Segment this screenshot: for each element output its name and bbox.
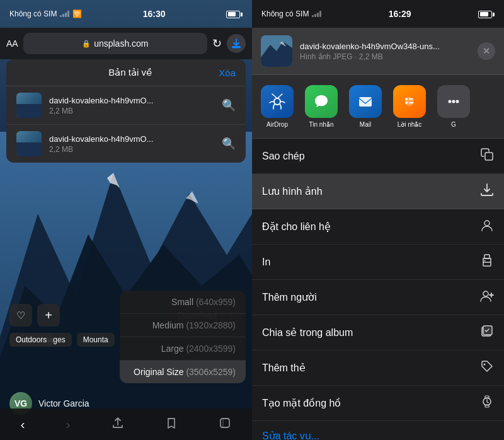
action-edit-actions[interactable]: Sửa tác vụ... [252,421,504,440]
wifi-icon-left: 🛜 [72,9,82,18]
action-add-person[interactable]: Thêm người [252,280,504,315]
svg-rect-16 [409,102,413,103]
action-save-image[interactable]: Lưu hình ảnh [252,174,504,209]
download-item-1[interactable]: david-kovalenko-h4h9vmO... 2,2 MB 🔍 [6,86,246,125]
print-icon [480,253,494,270]
app-icon-more[interactable]: G [435,85,472,128]
action-set-contact[interactable]: Đặt cho liên hệ [252,209,504,245]
download-delete-button[interactable]: Xóa [219,67,236,78]
action-copy-label: Sao chép [262,151,305,162]
download-size-2: 2,2 MB [49,145,214,154]
download-filename-1: david-kovalenko-h4h9vmO... [49,96,214,105]
size-large[interactable]: Large (2400x3599) [120,337,246,361]
svg-rect-5 [232,47,241,49]
search-icon-2[interactable]: 🔍 [222,137,236,151]
size-dropdown: Small (640x959) Medium (1920x2880) Large… [120,291,246,383]
time-left: 16:30 [143,9,166,19]
share-sheet: david-kovalenko-h4h9vmOw348-uns... Hình … [252,28,504,440]
app-icon-messages[interactable]: Tin nhắn [302,85,340,128]
action-share-album[interactable]: Chia sẻ trong album [252,315,504,350]
heart-button[interactable]: ♡ [9,304,32,327]
bookmarks-button[interactable] [165,417,178,432]
download-item-2[interactable]: david-kovalenko-h4h9vmO... 2,2 MB 🔍 [6,125,246,163]
tag-mountain[interactable]: Mounta [77,333,115,347]
edit-actions-label: Sửa tác vụ... [262,431,319,440]
share-button[interactable] [112,417,124,432]
airdrop-label: AirDrop [266,121,288,128]
action-watch-face[interactable]: Tạo mặt đồng hồ [252,386,504,421]
search-icon-1[interactable]: 🔍 [222,98,236,112]
tabs-button[interactable] [219,417,231,432]
download-panel: Bản tải về Xóa david-kovalenko-h4h9vmO..… [6,59,246,163]
action-add-tag[interactable]: Thêm thẻ [252,350,504,386]
action-watch-label: Tạo mặt đồng hồ [262,397,341,409]
author-name: Victor Garcia [38,398,89,408]
url-bar[interactable]: 🔒 unsplash.com [23,33,207,54]
url-text: unsplash.com [94,38,148,49]
reminders-icon [393,85,426,118]
action-copy[interactable]: Sao chép [252,139,504,174]
time-right: 16:29 [389,9,411,19]
download-icon-button[interactable] [227,34,246,53]
app-icon-airdrop[interactable]: AirDrop [258,85,296,128]
svg-rect-22 [483,262,491,266]
share-filesize: Hình ảnh JPEG · 2,2 MB [300,52,470,61]
battery-icon-left [226,9,243,18]
share-header: david-kovalenko-h4h9vmOw348-uns... Hình … [252,28,504,75]
reminders-label: Lời nhắc [398,121,422,128]
bottom-toolbar: ‹ › [0,408,252,440]
size-small-label: Small (640x959) [171,297,236,307]
svg-point-19 [456,100,459,103]
mail-icon [349,85,382,118]
app-icon-reminders[interactable]: Lời nhắc [391,85,428,128]
copy-icon [480,148,494,165]
tag-label-outdoors: Outdoors [16,335,47,344]
carrier-left: Không có SIM 🛜 [9,9,82,19]
right-panel: Không có SIM 16:29 [252,0,504,440]
heart-icon: ♡ [16,310,25,321]
action-print-label: In [262,257,270,268]
svg-point-18 [452,100,455,103]
reload-button[interactable]: ↻ [212,37,222,50]
action-contact-label: Đặt cho liên hệ [262,221,331,233]
action-print[interactable]: In [252,245,504,280]
share-actions-list: Sao chép Lưu hình ảnh Đ [252,139,504,440]
action-add-person-label: Thêm người [262,291,317,303]
share-close-button[interactable]: ✕ [478,42,495,60]
back-button[interactable]: ‹ [21,417,25,432]
messages-label: Tin nhắn [309,121,334,128]
status-bar-right: Không có SIM 16:29 [252,0,504,28]
left-panel: Không có SIM 🛜 16:30 AA [0,0,252,440]
more-label: G [451,121,456,128]
app-icons-row: AirDrop Tin nhắn Mail [252,75,504,139]
share-thumbnail [261,35,292,67]
svg-rect-15 [409,98,413,100]
messages-icon [305,85,338,118]
aa-button[interactable]: AA [6,38,18,49]
app-icon-mail[interactable]: Mail [346,85,384,128]
share-filename: david-kovalenko-h4h9vmOw348-uns... [300,42,470,51]
tag-outdoors[interactable]: Outdoors [9,333,53,347]
battery-right [478,9,495,18]
size-medium[interactable]: Medium (1920x2880) [120,314,246,337]
tag-outdoors-container: Outdoors [9,333,53,347]
svg-rect-11 [359,97,372,107]
plus-button[interactable]: + [37,304,60,327]
watch-icon [480,395,494,412]
svg-point-24 [484,260,486,262]
signal-icon-left [60,9,69,19]
svg-point-14 [405,101,408,104]
download-panel-header: Bản tải về Xóa [6,59,246,86]
forward-button[interactable]: › [66,417,71,432]
size-small[interactable]: Small (640x959) [120,291,246,314]
save-image-icon [480,183,494,200]
size-original[interactable]: Original Size (3506x5259) [120,361,246,383]
download-size-1: 2,2 MB [49,107,214,115]
tag-icon [480,359,494,376]
svg-rect-20 [485,153,493,160]
size-large-label: Large (2400x3599) [161,344,236,354]
svg-rect-23 [484,255,490,258]
safari-bar[interactable]: AA 🔒 unsplash.com ↻ [0,28,252,59]
size-original-label: Original Size (3506x5259) [134,367,236,377]
action-album-label: Chia sẻ trong album [262,327,353,339]
